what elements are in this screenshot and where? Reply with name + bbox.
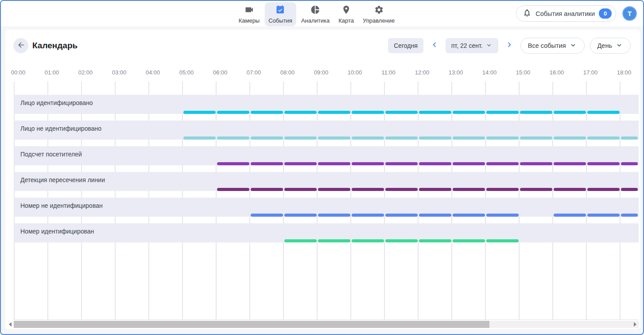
- event-bar-segment[interactable]: [419, 188, 451, 191]
- event-bar-segment[interactable]: [554, 214, 586, 217]
- event-bar-segment[interactable]: [385, 136, 418, 140]
- event-bar-segment[interactable]: [217, 162, 249, 165]
- event-bar-segment[interactable]: [520, 188, 552, 191]
- chevron-right-icon: [504, 40, 514, 51]
- event-bar-segment[interactable]: [352, 188, 384, 191]
- event-filter-dropdown[interactable]: Все события: [520, 38, 585, 54]
- event-bar-segment[interactable]: [621, 162, 638, 165]
- event-bar-segment[interactable]: [352, 111, 384, 114]
- scrollbar-right-arrow[interactable]: [632, 321, 638, 328]
- event-bar-segment[interactable]: [419, 214, 451, 217]
- event-bar-segment[interactable]: [486, 162, 519, 165]
- event-bar-segment[interactable]: [486, 136, 519, 140]
- event-bar-segment[interactable]: [284, 162, 317, 165]
- calendar-controls: Сегодня пт, 22 сент. Все события: [388, 35, 631, 56]
- event-bar-segment[interactable]: [520, 111, 552, 114]
- event-bar-segment[interactable]: [520, 162, 552, 165]
- event-bar-segment[interactable]: [251, 214, 283, 217]
- topbar-right: События аналитики 0 T: [516, 5, 637, 22]
- event-bar-segment[interactable]: [217, 111, 249, 114]
- event-bar-segment[interactable]: [587, 188, 620, 191]
- event-bar-segment[interactable]: [284, 188, 317, 191]
- event-bar-segment[interactable]: [217, 136, 249, 140]
- event-bar-segment[interactable]: [284, 214, 317, 217]
- event-bar-segment[interactable]: [183, 136, 216, 140]
- event-bar-segment[interactable]: [251, 111, 283, 114]
- triangle-right-icon: [634, 322, 636, 327]
- event-bar-segment[interactable]: [486, 188, 519, 191]
- event-bar-segment[interactable]: [352, 162, 384, 165]
- event-bar-segment[interactable]: [217, 188, 249, 191]
- event-bar-segment[interactable]: [621, 214, 638, 217]
- event-bar-segment[interactable]: [419, 111, 451, 114]
- prev-day-button[interactable]: [429, 40, 440, 51]
- event-bar-segment[interactable]: [183, 111, 216, 114]
- event-bar-segment[interactable]: [453, 111, 485, 114]
- camera-icon: [244, 5, 254, 16]
- event-row-label: Детекция пересечения линии: [20, 176, 105, 183]
- date-picker-button[interactable]: пт, 22 сент.: [446, 38, 498, 53]
- event-bar-segment[interactable]: [385, 239, 418, 242]
- event-bar-segment[interactable]: [453, 136, 485, 140]
- hour-tick-label: 14:00: [482, 69, 497, 76]
- today-button[interactable]: Сегодня: [388, 38, 423, 53]
- user-avatar[interactable]: T: [622, 6, 637, 21]
- event-bar-segment[interactable]: [251, 136, 283, 140]
- event-bar-segment[interactable]: [284, 111, 317, 114]
- event-bar-segment[interactable]: [284, 239, 317, 242]
- chevron-left-icon: [430, 40, 439, 51]
- event-bar-segment[interactable]: [251, 188, 283, 191]
- event-bar-segment[interactable]: [385, 162, 418, 165]
- view-mode-dropdown[interactable]: День: [590, 38, 631, 54]
- event-bar-segment[interactable]: [385, 188, 418, 191]
- event-bar-segment[interactable]: [520, 136, 552, 140]
- event-bar-segment[interactable]: [419, 136, 451, 140]
- horizontal-scrollbar-thumb[interactable]: [14, 321, 489, 328]
- event-bar-segment[interactable]: [453, 214, 485, 217]
- event-bar-segment[interactable]: [352, 239, 384, 242]
- top-navigation-bar: КамерыСобытияАналитикаКартаУправление Со…: [1, 1, 643, 26]
- analytics-events-button[interactable]: События аналитики 0: [516, 5, 616, 22]
- event-bar-segment[interactable]: [621, 136, 638, 140]
- event-bar-segment[interactable]: [318, 162, 350, 165]
- event-bar-segment[interactable]: [587, 111, 620, 114]
- triangle-left-icon: [9, 322, 12, 327]
- nav-tab-pie-chart[interactable]: Аналитика: [297, 2, 334, 26]
- next-day-button[interactable]: [504, 40, 515, 51]
- event-bar-segment[interactable]: [251, 162, 283, 165]
- event-bar-segment[interactable]: [385, 214, 418, 217]
- nav-tab-gear[interactable]: Управление: [359, 2, 399, 26]
- event-bar-segment[interactable]: [385, 111, 418, 114]
- event-bar-segment[interactable]: [352, 214, 384, 217]
- event-bar-segment[interactable]: [554, 111, 586, 114]
- nav-tab-calendar[interactable]: События: [264, 2, 296, 26]
- event-bar-segment[interactable]: [554, 188, 586, 191]
- event-bar-segment[interactable]: [486, 111, 519, 114]
- nav-tab-map-pin[interactable]: Карта: [334, 2, 358, 26]
- back-button[interactable]: [13, 38, 28, 53]
- event-bar-segment[interactable]: [587, 162, 620, 165]
- event-bar-segment[interactable]: [453, 239, 485, 242]
- event-bar-segment[interactable]: [486, 239, 519, 242]
- event-bar-segment[interactable]: [587, 136, 620, 140]
- event-bar-segment[interactable]: [419, 162, 451, 165]
- event-bar-segment[interactable]: [318, 214, 350, 217]
- event-row-label: Лицо идентифицировано: [20, 99, 93, 106]
- event-bar-segment[interactable]: [453, 162, 485, 165]
- event-bar-segment[interactable]: [621, 188, 638, 191]
- event-bar-segment[interactable]: [554, 162, 586, 165]
- event-bar-segment[interactable]: [284, 136, 317, 140]
- event-bar-segment[interactable]: [554, 136, 586, 140]
- event-bar-segment[interactable]: [587, 214, 620, 217]
- nav-tab-camera[interactable]: Камеры: [235, 2, 264, 26]
- event-bar-segment[interactable]: [352, 136, 384, 140]
- event-bar-segment[interactable]: [453, 188, 485, 191]
- event-bar-segment[interactable]: [318, 239, 350, 242]
- event-bar-segment[interactable]: [486, 214, 519, 217]
- event-bar-segment[interactable]: [318, 188, 350, 191]
- scrollbar-left-arrow[interactable]: [7, 321, 13, 328]
- event-bar-segment[interactable]: [318, 136, 350, 140]
- nav-tab-label: Аналитика: [301, 17, 330, 24]
- event-bar-segment[interactable]: [419, 239, 451, 242]
- event-bar-segment[interactable]: [318, 111, 350, 114]
